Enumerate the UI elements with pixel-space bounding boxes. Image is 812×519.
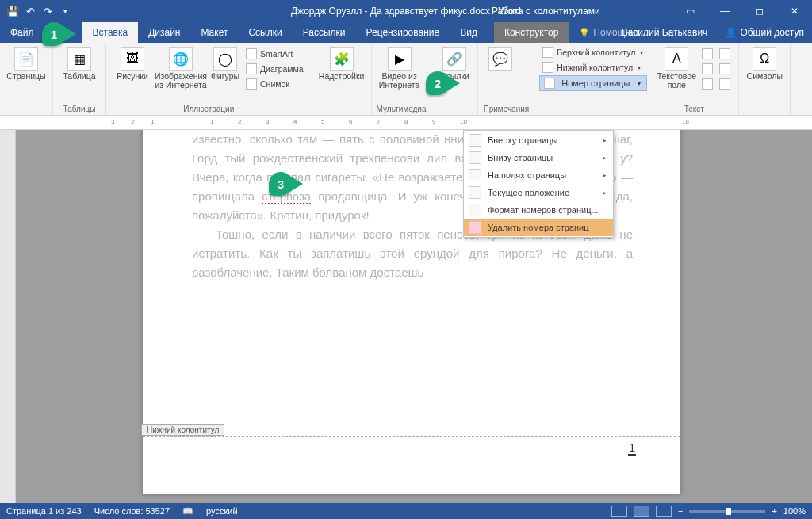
zoom-in-button[interactable]: + (772, 506, 776, 516)
menu-remove-page-numbers[interactable]: Удалить номера страниц (464, 219, 613, 236)
tab-layout[interactable]: Макет (190, 22, 238, 43)
screenshot-icon (246, 78, 257, 90)
tab-references[interactable]: Ссылки (238, 22, 292, 43)
close-icon[interactable]: ✕ (777, 0, 812, 22)
header-icon (542, 47, 553, 58)
group-illustrations: 🖼Рисунки 🌐Изображения из Интернета ◯Фигу… (106, 43, 312, 115)
page-number-field[interactable]: 1 (628, 441, 636, 456)
online-pictures-button[interactable]: 🌐Изображения из Интернета (154, 45, 208, 91)
chart-icon (246, 63, 257, 74)
format-icon (469, 204, 481, 216)
footer-button[interactable]: Нижний колонтитул▾ (539, 60, 647, 74)
textbox-button[interactable]: AТекстовое поле (654, 45, 699, 91)
status-spellcheck-icon[interactable]: 📖 (182, 506, 193, 517)
group-tables: ▦Таблица Таблицы (53, 43, 106, 115)
zoom-slider[interactable] (689, 510, 765, 513)
bottom-icon (469, 151, 481, 164)
group-header-footer: Верхний колонтитул▾ Нижний колонтитул▾ Н… (534, 43, 649, 115)
menu-bottom-of-page[interactable]: Внизу страницы▸ (464, 149, 613, 166)
view-web-icon[interactable] (656, 506, 672, 517)
window-title: Джордж Оруэлл - Да здравствует фикус.doc… (291, 6, 521, 17)
online-picture-icon: 🌐 (169, 47, 193, 71)
view-read-icon[interactable] (611, 506, 627, 517)
picture-icon: 🖼 (121, 47, 144, 71)
group-text: AТекстовое поле Текст (649, 43, 739, 115)
tab-mailings[interactable]: Рассылки (293, 22, 356, 43)
footer-tag: Нижний колонтитул (141, 424, 224, 436)
footer-icon (542, 62, 553, 73)
textbox-icon: A (665, 47, 688, 71)
tab-file[interactable]: Файл (0, 22, 44, 43)
status-language[interactable]: русский (206, 506, 237, 516)
redo-icon[interactable]: ↷ (41, 5, 54, 17)
comment-icon: 💬 (488, 47, 512, 71)
vertical-ruler[interactable] (0, 130, 16, 503)
shapes-icon: ◯ (213, 47, 237, 71)
pagenum-icon (544, 78, 555, 89)
menu-format-page-numbers[interactable]: Формат номеров страниц... (464, 201, 613, 219)
pictures-button[interactable]: 🖼Рисунки (111, 45, 154, 82)
chevron-right-icon: ▸ (603, 136, 607, 144)
user-name[interactable]: Василий Батькавич (612, 27, 718, 38)
window-controls: ▭ — ◻ ✕ (672, 0, 812, 22)
symbols-button[interactable]: ΩСимволы (744, 45, 785, 82)
tab-review[interactable]: Рецензирование (356, 22, 450, 43)
horizontal-ruler[interactable]: 321 123 456 789 1018 (0, 116, 812, 130)
minimize-icon[interactable]: — (707, 0, 742, 22)
menu-current-position[interactable]: Текущее положение▸ (464, 184, 613, 201)
smartart-icon (246, 48, 257, 59)
margins-icon (469, 169, 481, 181)
annotation-2: 2 (426, 71, 450, 95)
tab-ctx-design[interactable]: Конструктор (494, 22, 569, 43)
zoom-out-button[interactable]: − (678, 506, 683, 516)
ribbon-tabs: Файл Вставка Дизайн Макет Ссылки Рассылк… (0, 22, 812, 43)
tab-view[interactable]: Вид (450, 22, 488, 43)
addins-icon: 🧩 (330, 47, 354, 71)
video-icon: ▶ (388, 47, 412, 71)
view-print-icon[interactable] (634, 506, 649, 517)
menu-margins[interactable]: На полях страницы▸ (464, 166, 613, 184)
status-words[interactable]: Число слов: 53527 (94, 506, 170, 516)
undo-icon[interactable]: ↶ (24, 5, 36, 17)
qat-customize-icon[interactable]: ▾ (59, 5, 71, 17)
table-button[interactable]: ▦Таблица (58, 45, 101, 82)
smartart-button[interactable]: SmartArt (243, 47, 307, 61)
annotation-3: 3 (269, 172, 293, 196)
page-icon: 📄 (14, 47, 38, 71)
page-number-menu: Вверху страницы▸ Внизу страницы▸ На поля… (463, 130, 614, 238)
symbol-icon: Ω (753, 47, 776, 71)
share-icon: 👤 (725, 27, 737, 38)
top-icon (469, 134, 481, 147)
document-area: известно, сколько там — пять с половиной… (0, 130, 812, 503)
link-icon: 🔗 (442, 47, 466, 71)
save-icon[interactable]: 💾 (6, 5, 19, 17)
status-page[interactable]: Страница 1 из 243 (6, 506, 82, 516)
quick-access-toolbar: 💾 ↶ ↷ ▾ (0, 5, 71, 17)
remove-icon (469, 221, 481, 234)
share-button[interactable]: 👤Общий доступ (717, 27, 812, 38)
title-bar: 💾 ↶ ↷ ▾ Джордж Оруэлл - Да здравствует ф… (0, 0, 812, 22)
footer-region[interactable]: Нижний колонтитул 1 (143, 436, 680, 479)
zoom-level[interactable]: 100% (783, 506, 806, 516)
current-icon (469, 186, 481, 199)
addins-button[interactable]: 🧩Надстройки (317, 45, 366, 82)
group-pages: 📄Страницы (0, 43, 53, 115)
pages-button[interactable]: 📄Страницы (5, 45, 48, 82)
page-number-button[interactable]: Номер страницы▾ (539, 75, 647, 91)
online-video-button[interactable]: ▶Видео из Интернета (377, 45, 423, 91)
screenshot-button[interactable]: Снимок (243, 77, 307, 91)
tab-insert[interactable]: Вставка (82, 22, 139, 43)
ribbon-options-icon[interactable]: ▭ (672, 0, 707, 22)
shapes-button[interactable]: ◯Фигуры (208, 45, 243, 82)
maximize-icon[interactable]: ◻ (742, 0, 777, 22)
chart-button[interactable]: Диаграмма (243, 62, 307, 76)
table-icon: ▦ (67, 47, 91, 71)
comment-button[interactable]: 💬 (483, 45, 518, 74)
status-bar: Страница 1 из 243 Число слов: 53527 📖 ру… (0, 503, 812, 519)
menu-top-of-page[interactable]: Вверху страницы▸ (464, 132, 613, 149)
context-tab-title: Работа с колонтитулами (492, 6, 600, 17)
annotation-1: 1 (42, 22, 66, 46)
ribbon: 📄Страницы ▦Таблица Таблицы 🖼Рисунки 🌐Изо… (0, 43, 812, 116)
tab-design[interactable]: Дизайн (138, 22, 190, 43)
header-button[interactable]: Верхний колонтитул▾ (539, 45, 647, 59)
